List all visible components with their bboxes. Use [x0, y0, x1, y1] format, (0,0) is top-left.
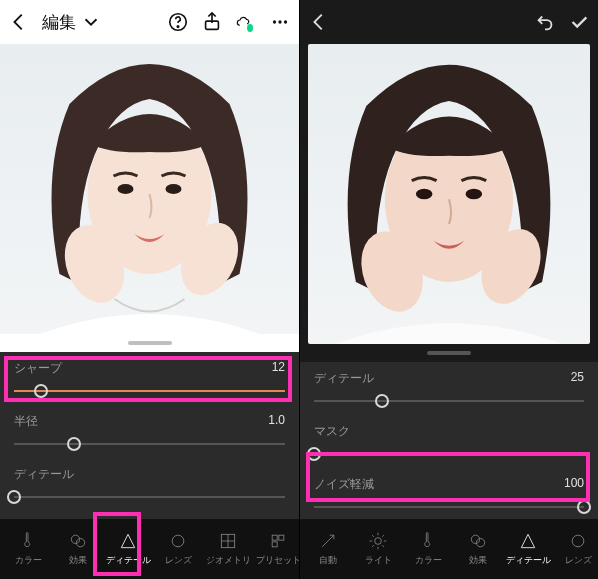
svg-rect-15 [272, 535, 277, 540]
slider-value: 12 [272, 360, 285, 377]
tab-geometry[interactable]: ジオメトリ [204, 519, 252, 579]
tab-lens[interactable]: レンズ [554, 519, 598, 579]
svg-point-27 [572, 535, 584, 547]
svg-point-3 [273, 20, 276, 23]
bottom-bar-right: 自動 ライト カラー 効果 ディテール レンズ ジ [300, 519, 598, 579]
tab-label: レンズ [165, 554, 192, 567]
header-right [300, 0, 598, 44]
svg-point-21 [466, 189, 483, 199]
tab-label: ジオメトリ [206, 554, 251, 567]
slider-mask[interactable]: マスク [314, 423, 584, 462]
slider-value: 1.0 [268, 413, 285, 430]
slider-label: ディテール [14, 466, 74, 483]
preset-icon [268, 531, 288, 551]
slider-label: シャープ [14, 360, 62, 377]
effects-icon [68, 531, 88, 551]
svg-point-20 [416, 189, 433, 199]
svg-point-5 [284, 20, 287, 23]
slider-label: ディテール [314, 370, 374, 387]
slider-radius[interactable]: 半径 1.0 [14, 413, 285, 452]
tab-label: 効果 [69, 554, 87, 567]
back-icon[interactable] [308, 11, 330, 33]
sun-icon [368, 531, 388, 551]
more-icon[interactable] [269, 11, 291, 33]
triangle-icon [118, 531, 138, 551]
help-icon[interactable] [167, 11, 189, 33]
back-icon[interactable] [8, 11, 30, 33]
bottom-bar-left: カラー 効果 ディテール レンズ ジオメトリ プリセット 前の [0, 519, 299, 579]
right-screenshot: ディテール 25 マスク ノイズ軽減 100 ディテール 50 [299, 0, 598, 579]
slider-label: マスク [314, 423, 350, 440]
svg-point-24 [375, 538, 382, 545]
svg-rect-17 [272, 542, 277, 547]
share-icon[interactable] [201, 11, 223, 33]
tab-label: カラー [15, 554, 42, 567]
thermometer-icon [18, 531, 38, 551]
tab-effects[interactable]: 効果 [54, 519, 102, 579]
header-left: 編集 [0, 0, 299, 44]
slider-label: 半径 [14, 413, 38, 430]
slider-detail[interactable]: ディテール 25 [314, 370, 584, 409]
detail-panel-left: シャープ 12 半径 1.0 ディテール マスク [0, 352, 299, 519]
slider-label: ノイズ軽減 [314, 476, 374, 493]
slider-value: 100 [564, 476, 584, 493]
photo-area [300, 44, 598, 362]
tab-lens[interactable]: レンズ [154, 519, 202, 579]
tab-label: 効果 [469, 554, 487, 567]
tab-auto[interactable]: 自動 [304, 519, 352, 579]
tab-label: カラー [415, 554, 442, 567]
detail-panel-right: ディテール 25 マスク ノイズ軽減 100 ディテール 50 [300, 362, 598, 519]
tab-presets[interactable]: プリセット [254, 519, 299, 579]
thermometer-icon [418, 531, 438, 551]
tab-label: ディテール [506, 554, 551, 567]
undo-icon[interactable] [534, 11, 556, 33]
svg-point-1 [177, 26, 178, 27]
slider-detail[interactable]: ディテール [14, 466, 285, 505]
photo-area [0, 44, 299, 352]
tab-label: ディテール [106, 554, 151, 567]
triangle-icon [518, 531, 538, 551]
slider-noise-reduction[interactable]: ノイズ軽減 100 [314, 476, 584, 515]
effects-icon [468, 531, 488, 551]
tab-label: 自動 [319, 554, 337, 567]
wand-icon [318, 531, 338, 551]
panel-grabber[interactable] [308, 344, 590, 362]
tab-effects[interactable]: 効果 [454, 519, 502, 579]
tab-label: ライト [365, 554, 392, 567]
lens-icon [168, 531, 188, 551]
tab-light[interactable]: ライト [354, 519, 402, 579]
tab-detail[interactable]: ディテール [504, 519, 552, 579]
svg-point-13 [172, 535, 184, 547]
svg-point-7 [118, 184, 134, 194]
tab-color[interactable]: カラー [404, 519, 452, 579]
chevron-down-icon[interactable] [80, 11, 102, 33]
cloud-icon[interactable] [235, 11, 257, 33]
confirm-icon[interactable] [568, 11, 590, 33]
tab-detail[interactable]: ディテール [104, 519, 152, 579]
lens-icon [568, 531, 588, 551]
svg-point-4 [278, 20, 281, 23]
tab-label: プリセット [256, 554, 300, 567]
svg-point-8 [166, 184, 182, 194]
slider-sharpen[interactable]: シャープ 12 [14, 360, 285, 399]
panel-grabber[interactable] [0, 334, 299, 352]
portrait-photo[interactable] [308, 44, 590, 344]
header-title: 編集 [42, 11, 76, 34]
svg-rect-16 [279, 535, 284, 540]
left-screenshot: 編集 [0, 0, 299, 579]
tab-color[interactable]: カラー [4, 519, 52, 579]
portrait-photo[interactable] [0, 44, 299, 334]
grid-icon [218, 531, 238, 551]
slider-value: 25 [571, 370, 584, 387]
tab-label: レンズ [565, 554, 592, 567]
